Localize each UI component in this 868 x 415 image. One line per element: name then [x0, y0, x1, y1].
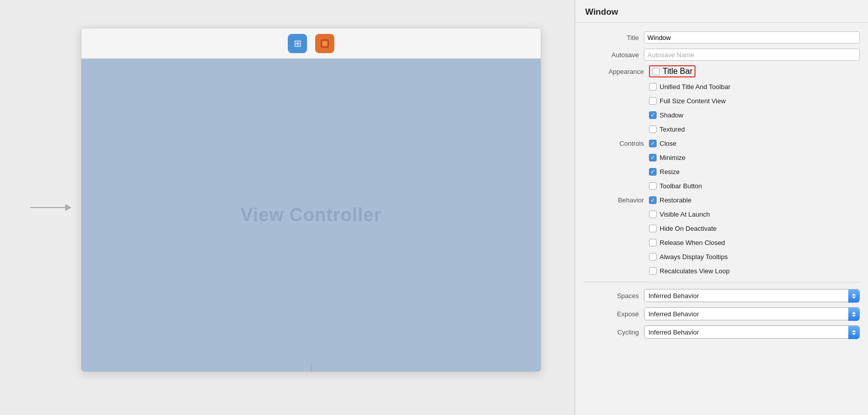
- recalculates-item: Recalculates View Loop: [649, 267, 730, 275]
- release-closed-row: Release When Closed: [575, 235, 868, 250]
- release-closed-checkbox[interactable]: [649, 239, 657, 246]
- panel-header: Window: [575, 0, 868, 23]
- spaces-dropdown[interactable]: Inferred Behavior: [644, 289, 860, 302]
- always-tooltips-row: Always Display Tooltips: [575, 250, 868, 264]
- minimize-row: Minimize: [575, 150, 868, 164]
- spaces-value: Inferred Behavior: [648, 292, 855, 300]
- always-tooltips-label: Always Display Tooltips: [660, 253, 728, 261]
- controls-label: Controls: [583, 140, 644, 147]
- expose-dropdown-container: Inferred Behavior: [644, 307, 860, 320]
- restorable-row: Behavior Restorable: [575, 193, 868, 207]
- full-size-row: Full Size Content View: [575, 94, 868, 108]
- shadow-label: Shadow: [660, 111, 683, 119]
- connector-container: [299, 363, 323, 372]
- restorable-item: Restorable: [649, 196, 691, 204]
- textured-item: Textured: [649, 126, 685, 133]
- expose-dropdown-arrow: [848, 308, 859, 321]
- release-closed-item: Release When Closed: [649, 239, 725, 246]
- resize-checkbox[interactable]: [649, 168, 657, 176]
- hide-deactivate-checkbox[interactable]: [649, 225, 657, 232]
- minimize-item: Minimize: [649, 154, 685, 161]
- spaces-dropdown-arrow: [848, 289, 859, 303]
- restorable-label: Restorable: [660, 196, 691, 204]
- shadow-checkbox[interactable]: [649, 111, 657, 119]
- expose-dropdown[interactable]: Inferred Behavior: [644, 307, 860, 320]
- window-titlebar: ⊞: [81, 28, 541, 59]
- title-bar-label: Title Bar: [663, 67, 692, 76]
- autosave-label: Autosave: [583, 51, 639, 59]
- panel-body: Title Autosave Appearance Title Bar Unif…: [575, 23, 868, 347]
- visible-launch-item: Visible At Launch: [649, 211, 710, 218]
- view-controller-label: View Controller: [241, 204, 381, 226]
- autosave-row: Autosave: [575, 46, 868, 63]
- behavior-label: Behavior: [583, 196, 644, 204]
- minimize-label: Minimize: [660, 154, 685, 161]
- entry-arrow: [30, 207, 71, 208]
- expose-label: Exposé: [583, 310, 639, 318]
- window-content: View Controller: [81, 59, 541, 371]
- textured-checkbox[interactable]: [649, 126, 657, 133]
- shadow-row: Shadow: [575, 108, 868, 122]
- always-tooltips-item: Always Display Tooltips: [649, 253, 728, 261]
- release-closed-label: Release When Closed: [660, 239, 725, 246]
- section-divider-1: [583, 282, 860, 282]
- title-input[interactable]: [644, 31, 860, 44]
- restorable-checkbox[interactable]: [649, 196, 657, 204]
- visible-launch-row: Visible At Launch: [575, 207, 868, 221]
- unified-title-label: Unified Title And Toolbar: [660, 83, 730, 91]
- spaces-row: Spaces Inferred Behavior: [575, 286, 868, 305]
- title-bar-checkbox[interactable]: [652, 68, 660, 75]
- recalculates-checkbox[interactable]: [649, 267, 657, 275]
- box-icon: [315, 34, 334, 53]
- close-item: Close: [649, 140, 676, 147]
- toolbar-button-label: Toolbar Button: [660, 182, 702, 190]
- always-tooltips-checkbox[interactable]: [649, 253, 657, 261]
- cycling-dropdown[interactable]: Inferred Behavior: [644, 325, 860, 339]
- toolbar-button-checkbox[interactable]: [649, 182, 657, 190]
- hide-deactivate-item: Hide On Deactivate: [649, 225, 717, 232]
- svg-rect-2: [323, 42, 327, 46]
- title-row: Title: [575, 29, 868, 46]
- full-size-item: Full Size Content View: [649, 97, 726, 105]
- unified-title-checkbox[interactable]: [649, 83, 657, 91]
- full-size-checkbox[interactable]: [649, 97, 657, 105]
- textured-label: Textured: [660, 126, 685, 133]
- autosave-input[interactable]: [644, 49, 860, 61]
- spaces-dropdown-container: Inferred Behavior: [644, 289, 860, 302]
- resize-row: Resize: [575, 164, 868, 179]
- recalculates-row: Recalculates View Loop: [575, 264, 868, 278]
- close-checkbox[interactable]: [649, 140, 657, 147]
- appearance-label: Appearance: [583, 68, 644, 75]
- visible-launch-label: Visible At Launch: [660, 211, 710, 218]
- visible-launch-checkbox[interactable]: [649, 211, 657, 218]
- hide-deactivate-row: Hide On Deactivate: [575, 221, 868, 235]
- toolbar-button-item: Toolbar Button: [649, 182, 702, 190]
- cycling-row: Cycling Inferred Behavior: [575, 323, 868, 341]
- connector-line: [311, 363, 312, 372]
- resize-item: Resize: [649, 168, 680, 176]
- cycling-label: Cycling: [583, 328, 639, 336]
- toolbar-button-row: Toolbar Button: [575, 179, 868, 193]
- minimize-checkbox[interactable]: [649, 154, 657, 161]
- spaces-label: Spaces: [583, 292, 639, 300]
- right-panel: Window Title Autosave Appearance Title B…: [575, 0, 868, 415]
- appearance-title-bar-row: Appearance Title Bar: [575, 63, 868, 79]
- window-mockup: ⊞ View Controller: [81, 28, 541, 372]
- cycling-dropdown-arrow: [848, 326, 859, 339]
- hide-deactivate-label: Hide On Deactivate: [660, 225, 717, 232]
- close-row: Controls Close: [575, 136, 868, 150]
- expose-value: Inferred Behavior: [648, 310, 855, 318]
- unified-title-item: Unified Title And Toolbar: [649, 83, 730, 91]
- textured-row: Textured: [575, 122, 868, 136]
- arrow-line: [30, 207, 71, 208]
- title-label: Title: [583, 34, 639, 42]
- cycling-dropdown-container: Inferred Behavior: [644, 325, 860, 339]
- shadow-item: Shadow: [649, 111, 683, 119]
- title-bar-highlight-box: Title Bar: [649, 65, 696, 77]
- recalculates-label: Recalculates View Loop: [660, 267, 730, 275]
- full-size-label: Full Size Content View: [660, 97, 726, 105]
- grid-icon: ⊞: [288, 34, 307, 53]
- unified-title-row: Unified Title And Toolbar: [575, 79, 868, 94]
- cycling-value: Inferred Behavior: [648, 328, 855, 336]
- close-label: Close: [660, 140, 676, 147]
